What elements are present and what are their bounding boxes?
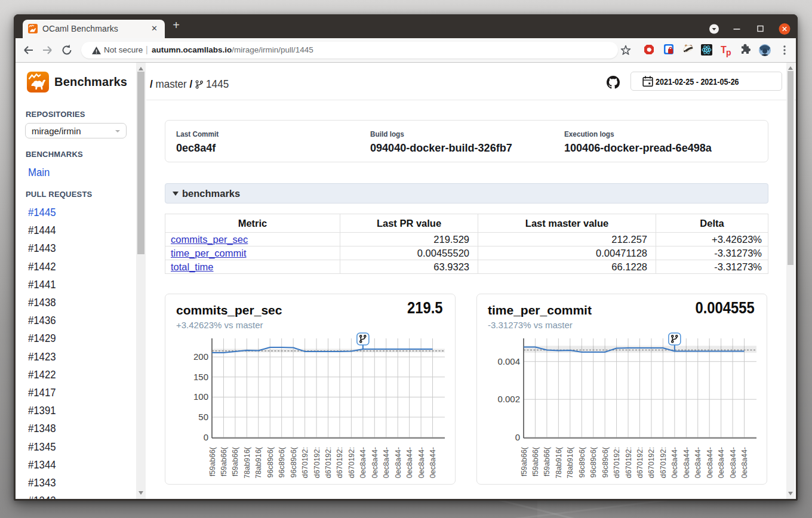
svg-text:0.002: 0.002 [497, 394, 520, 404]
svg-text:0: 0 [204, 432, 208, 442]
svg-text:0.004: 0.004 [497, 356, 520, 366]
svg-text:f59ab66(: f59ab66( [520, 446, 528, 476]
svg-text:96c89c6(: 96c89c6( [589, 446, 598, 477]
svg-text:78ab916(: 78ab916( [566, 446, 574, 479]
svg-text:0ec8a44-: 0ec8a44- [682, 447, 691, 478]
svg-text:0ec8a44-: 0ec8a44- [382, 447, 390, 478]
svg-text:f59ab66(: f59ab66( [531, 446, 540, 476]
svg-text:0ec8a44-: 0ec8a44- [429, 447, 437, 478]
svg-text:0ec8a44-: 0ec8a44- [740, 447, 749, 478]
svg-text:0ec8a44-: 0ec8a44- [405, 447, 414, 478]
svg-text:f59ab66(: f59ab66( [231, 446, 239, 476]
svg-text:d670192:: d670192: [347, 447, 356, 478]
svg-text:d670192:: d670192: [336, 447, 344, 478]
svg-text:78ab916(: 78ab916( [254, 446, 263, 479]
svg-text:0ec8a44-: 0ec8a44- [417, 447, 426, 478]
svg-text:78ab916(: 78ab916( [555, 446, 563, 479]
svg-text:p: p [726, 48, 731, 57]
svg-text:0ec8a44-: 0ec8a44- [670, 447, 679, 478]
svg-text:96c89c6(: 96c89c6( [278, 446, 286, 477]
svg-text:0ec8a44-: 0ec8a44- [371, 447, 379, 478]
svg-text:d670192:: d670192: [647, 447, 656, 478]
svg-text:d670192:: d670192: [301, 447, 309, 478]
svg-text:f59ab66(: f59ab66( [208, 446, 217, 476]
svg-text:d670192:: d670192: [324, 447, 333, 478]
svg-text:0ec8a44-: 0ec8a44- [706, 447, 714, 478]
svg-text:100: 100 [193, 391, 208, 402]
svg-text:d670192:: d670192: [659, 447, 668, 478]
svg-text:0ec8a44-: 0ec8a44- [717, 447, 725, 478]
svg-text:0ec8a44-: 0ec8a44- [394, 447, 402, 478]
svg-text:96c89c6(: 96c89c6( [266, 446, 275, 477]
svg-text:96c89c6(: 96c89c6( [578, 446, 586, 477]
svg-text:150: 150 [193, 372, 208, 382]
svg-text:0ec8a44-: 0ec8a44- [359, 447, 367, 478]
svg-text:50: 50 [198, 412, 208, 422]
svg-text:f59ab66(: f59ab66( [220, 446, 228, 476]
svg-text:d670192:: d670192: [636, 447, 644, 478]
svg-text:d670192:: d670192: [613, 447, 621, 478]
svg-text:0: 0 [515, 432, 520, 442]
svg-text:200: 200 [193, 352, 208, 362]
svg-text:96c89c6(: 96c89c6( [290, 446, 298, 477]
svg-text:0ec8a44-: 0ec8a44- [729, 447, 737, 478]
svg-text:f59ab66(: f59ab66( [543, 446, 551, 476]
svg-text:d670192:: d670192: [625, 447, 633, 478]
svg-text:d670192:: d670192: [313, 447, 321, 478]
svg-text:0ec8a44-: 0ec8a44- [694, 447, 702, 478]
svg-text:78ab916(: 78ab916( [243, 446, 251, 479]
svg-text:96c89c6(: 96c89c6( [601, 446, 610, 477]
